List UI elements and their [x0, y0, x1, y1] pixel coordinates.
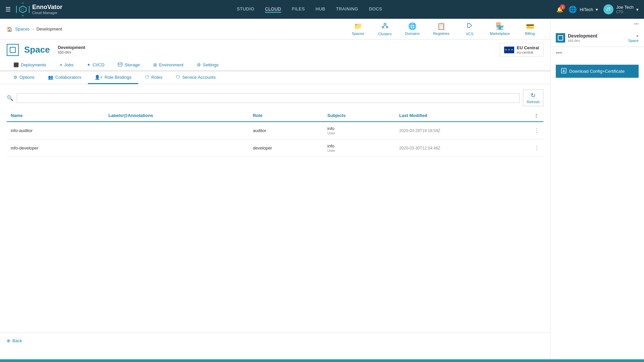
sidebar-dots-icon[interactable]: ••• [634, 21, 639, 26]
registries-icon: 📋 [437, 22, 445, 30]
tab-settings[interactable]: ⚙ Settings [190, 59, 225, 71]
back-icon: ⊕ [7, 338, 10, 343]
subtab-role-bindings[interactable]: 👤+ Role Bindings [88, 71, 138, 84]
col-actions: ⋮ [530, 110, 543, 122]
tab-billing[interactable]: 💳 Billing [517, 19, 543, 39]
svg-line-5 [383, 25, 385, 26]
nav-links: STUDIO CLOUD FILES HUB TRAINING DOCS [68, 6, 551, 13]
domains-tab-label: Domains [405, 32, 420, 36]
globe-icon: 🌐 [569, 5, 577, 13]
teal-bottom-bar [0, 359, 644, 362]
nav-files[interactable]: FILES [292, 6, 305, 13]
sidebar-top-dots: ••• [550, 19, 644, 29]
row2-actions[interactable]: ⋮ [530, 139, 543, 157]
domains-icon: 🌐 [408, 22, 417, 30]
deployments-label: Deployments [21, 62, 46, 67]
sidebar-more-icon[interactable]: ••• [556, 50, 562, 56]
nav-cloud[interactable]: CLOUD [265, 6, 281, 13]
row1-subject-type: User [327, 131, 391, 135]
space-dev-name: Development [58, 45, 86, 50]
right-sidebar: ••• Development tdd-dev ▾ Space ••• Down… [550, 19, 644, 362]
spaces-tab-label: Spaces [352, 32, 364, 36]
breadcrumb-spaces[interactable]: Spaces [15, 26, 30, 32]
space-icon [7, 44, 19, 56]
nav-docs[interactable]: DOCS [369, 6, 382, 13]
tab-environment[interactable]: ⊞ Environment [147, 59, 190, 71]
region-badge: ★ ★ ★ EU Central eu-central [500, 43, 543, 57]
eu-flag: ★ ★ ★ [504, 47, 514, 53]
back-button[interactable]: ⊕ Back [7, 338, 543, 343]
svg-point-8 [118, 63, 122, 64]
search-input[interactable] [17, 93, 520, 103]
role-bindings-table: Name Labels/@Annotations Role Subjects L… [7, 110, 543, 157]
registries-tab-label: Registries [433, 32, 449, 36]
tab-jobs[interactable]: ≡ Jobs [53, 59, 80, 71]
col-subjects: Subjects [323, 110, 395, 122]
user-name: Joe Tech [616, 5, 634, 10]
nav-training[interactable]: TRAINING [336, 6, 358, 13]
download-config-button[interactable]: Download Config+Certificate [556, 65, 639, 78]
nav-tabs: ⬛ Deployments ≡ Jobs ✦ CI/CD Storage [0, 59, 550, 71]
row1-actions[interactable]: ⋮ [530, 122, 543, 139]
sidebar-space-name: Development [568, 33, 626, 39]
service-accounts-label: Service Accounts [182, 75, 216, 80]
tab-vcs[interactable]: VCS [456, 19, 483, 39]
home-icon: 🏠 [7, 26, 12, 32]
user-menu[interactable]: JT Joe Tech CTO ▾ [603, 4, 639, 14]
billing-tab-label: Billing [525, 32, 535, 36]
clusters-icon [382, 22, 388, 31]
brand-sub: Cloud Manager [32, 11, 62, 15]
search-icon: 🔍 [7, 95, 13, 101]
region-id: eu-central [517, 50, 539, 54]
tab-deployments[interactable]: ⬛ Deployments [7, 59, 53, 71]
row1-labels [104, 122, 249, 139]
main-wrapper: 🏠 Spaces › Development 📁 Spaces Clusters [0, 19, 644, 362]
row2-subject-type: User [327, 148, 391, 153]
svg-rect-7 [10, 47, 15, 53]
tab-domains[interactable]: 🌐 Domains [398, 19, 426, 39]
svg-rect-9 [558, 36, 563, 40]
tab-marketplace[interactable]: 🏪 Marketplace [483, 19, 517, 39]
space-icon-tabs: 📁 Spaces Clusters 🌐 Domains 📋 Registries [344, 19, 543, 39]
refresh-button[interactable]: ↻ Refresh [523, 89, 543, 106]
tab-clusters[interactable]: Clusters [371, 19, 398, 39]
sidebar-space-meta: ▾ Space [628, 34, 639, 43]
user-avatar: JT [603, 4, 613, 14]
collaborators-icon: 👥 [48, 75, 53, 80]
col-name: Name [7, 110, 104, 122]
svg-line-6 [385, 25, 387, 26]
spaces-icon: 📁 [354, 22, 362, 30]
tab-storage[interactable]: Storage [111, 59, 147, 71]
top-navigation: ☰ ⬡ EnnoVator Cloud Manager STUDIO CLOUD… [0, 0, 644, 19]
subtab-collaborators[interactable]: 👥 Collaborators [41, 71, 88, 84]
svg-point-4 [386, 26, 388, 28]
org-selector[interactable]: 🌐 HiTech ▾ [569, 5, 598, 13]
marketplace-icon: 🏪 [496, 22, 504, 30]
logo-icon: ⬡ [16, 3, 30, 16]
space-dev-id: tdd-dev [58, 50, 86, 55]
roles-icon: 🛡 [145, 75, 149, 80]
subtab-service-accounts[interactable]: 🛡 Service Accounts [169, 71, 222, 84]
table-row: info-developer developer info User 2020-… [7, 139, 543, 157]
svg-point-2 [384, 23, 386, 25]
sidebar-space-info: Development tdd-dev [568, 33, 626, 43]
tab-registries[interactable]: 📋 Registries [426, 19, 456, 39]
options-label: Options [19, 75, 35, 80]
vcs-icon [466, 22, 473, 31]
tab-cicd[interactable]: ✦ CI/CD [80, 59, 111, 71]
sub-tabs: ⚙ Options 👥 Collaborators 👤+ Role Bindin… [0, 71, 550, 84]
sidebar-space-icon [556, 33, 565, 43]
marketplace-tab-label: Marketplace [490, 32, 510, 36]
search-row: 🔍 ↻ Refresh [7, 89, 543, 106]
notification-button[interactable]: 🔔 1 [556, 6, 563, 13]
nav-hub[interactable]: HUB [316, 6, 325, 13]
sidebar-chevron-down[interactable]: ▾ [636, 34, 639, 39]
subtab-options[interactable]: ⚙ Options [7, 71, 41, 84]
hamburger-menu[interactable]: ☰ [5, 6, 11, 13]
roles-label: Roles [151, 75, 162, 80]
role-bindings-label: Role Bindings [105, 75, 131, 80]
tab-spaces[interactable]: 📁 Spaces [344, 19, 371, 39]
nav-studio[interactable]: STUDIO [237, 6, 254, 13]
subtab-roles[interactable]: 🛡 Roles [138, 71, 169, 84]
table-header-row: Name Labels/@Annotations Role Subjects L… [7, 110, 543, 122]
